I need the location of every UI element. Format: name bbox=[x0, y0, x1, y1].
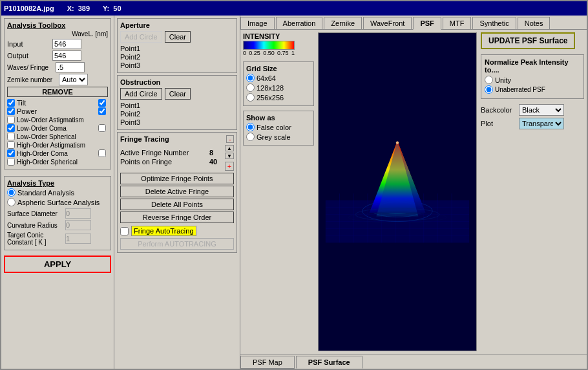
aspheric-label: Aspheric Surface Analysis bbox=[17, 199, 100, 206]
low-coma-checkbox[interactable] bbox=[7, 124, 15, 132]
autotracing-checkbox[interactable] bbox=[120, 227, 129, 235]
high-astig-label: High-Order Astigmatism bbox=[17, 142, 85, 149]
tilt-check2[interactable] bbox=[98, 99, 106, 107]
aspheric-radio[interactable] bbox=[7, 198, 16, 206]
grid-256-label: 256x256 bbox=[257, 94, 284, 102]
normalize-group: Normalize Peak Intensity to.... Unity Un… bbox=[481, 54, 584, 99]
power-check2[interactable] bbox=[98, 107, 106, 115]
tab-mtf[interactable]: MTF bbox=[443, 17, 472, 29]
aperture-point1: Point1 bbox=[120, 45, 234, 52]
low-astig-checkbox[interactable] bbox=[7, 116, 15, 124]
obstruction-point1: Point1 bbox=[120, 102, 234, 109]
plot-label: Plot bbox=[481, 120, 516, 127]
update-psf-button[interactable]: UPDATE PSF Surface bbox=[481, 32, 575, 49]
waves-field[interactable] bbox=[56, 62, 85, 72]
psf-3d-chart bbox=[319, 33, 476, 351]
grid-128-radio[interactable] bbox=[246, 83, 255, 92]
grid-64-label: 64x64 bbox=[257, 74, 276, 82]
tab-aberration[interactable]: Aberration bbox=[276, 17, 323, 29]
intensity-bar: INTENSITY 0 0.25 0.50 0.75 1 bbox=[243, 32, 314, 56]
tab-psf[interactable]: PSF bbox=[413, 17, 441, 30]
curvature-radius-field bbox=[65, 220, 91, 230]
target-conic-label: Target Conic Constant [ K ] bbox=[7, 232, 65, 246]
obstruction-group: Obstruction Add Circle Clear Point1 Poin… bbox=[117, 75, 237, 130]
wavelength-header: WaveL. [nm] bbox=[7, 30, 108, 38]
tab-notes[interactable]: Notes bbox=[518, 17, 551, 29]
delete-all-points-button[interactable]: Delete All Points bbox=[120, 199, 234, 210]
apply-button[interactable]: APPLY bbox=[4, 256, 111, 273]
input-field[interactable] bbox=[52, 39, 81, 49]
scroll-down-button[interactable]: ▼ bbox=[225, 153, 234, 159]
obstruction-point2: Point2 bbox=[120, 110, 234, 118]
low-astig-label: Low-Order Astigmatism bbox=[17, 116, 84, 124]
y-label: Y: 50 bbox=[103, 5, 121, 12]
tab-synthetic[interactable]: Synthetic bbox=[472, 17, 516, 29]
left-panel: Analysis Toolbox WaveL. [nm] Input Outpu… bbox=[1, 16, 114, 369]
low-spherical-checkbox[interactable] bbox=[7, 133, 15, 140]
fringe-actions: Optimize Fringe Points Delete Active Fri… bbox=[120, 173, 234, 223]
grid-64-radio[interactable] bbox=[246, 74, 255, 82]
high-spherical-checkbox[interactable] bbox=[7, 158, 15, 166]
tab-zernike[interactable]: Zernike bbox=[324, 17, 362, 29]
perform-autotracing-button: Perform AUTOTRACING bbox=[120, 238, 234, 250]
obstruction-point3: Point3 bbox=[120, 118, 234, 126]
bottom-tab-psf-surface[interactable]: PSF Surface bbox=[296, 356, 362, 369]
optimize-fringe-button[interactable]: Optimize Fringe Points bbox=[120, 173, 234, 184]
plot-select[interactable]: Transparent bbox=[519, 118, 564, 129]
points-fringe-val: 40 bbox=[209, 158, 222, 166]
scroll-up-button[interactable]: ▲ bbox=[225, 145, 234, 151]
intensity-label: INTENSITY bbox=[243, 32, 314, 40]
autotracing-row: Fringe AutoTracing bbox=[120, 226, 234, 236]
aperture-clear-button[interactable]: Clear bbox=[165, 31, 191, 43]
unaberrated-radio[interactable] bbox=[485, 85, 493, 94]
psf-controls: INTENSITY 0 0.25 0.50 0.75 1 Grid Size 6… bbox=[243, 32, 314, 351]
standard-radio[interactable] bbox=[7, 188, 16, 197]
tilt-checkbox[interactable] bbox=[7, 99, 15, 107]
curvature-radius-label: Curvature Radius bbox=[7, 222, 65, 229]
low-coma-label: Low-Order Coma bbox=[17, 125, 67, 132]
high-coma-label: High-Order Coma bbox=[17, 150, 68, 157]
input-label: Input bbox=[7, 40, 52, 48]
unity-label: Unity bbox=[495, 76, 511, 84]
active-fringe-label: Active Fringe Number bbox=[120, 149, 209, 157]
high-astig-checkbox[interactable] bbox=[7, 141, 15, 149]
high-spherical-label: High-Order Spherical bbox=[17, 158, 78, 166]
normalize-title: Normalize Peak Intensity to.... bbox=[485, 58, 580, 74]
aperture-point2: Point2 bbox=[120, 53, 234, 61]
surface-diameter-label: Surface Diameter bbox=[7, 210, 65, 217]
psf-right-col: UPDATE PSF Surface Normalize Peak Intens… bbox=[481, 32, 584, 351]
show-as-label: Show as bbox=[246, 114, 311, 122]
obstruction-title: Obstruction bbox=[120, 78, 234, 86]
standard-label: Standard Analysis bbox=[17, 189, 74, 197]
reverse-fringe-order-button[interactable]: Reverse Fringe Order bbox=[120, 212, 234, 223]
psf-panel: Image Aberration Zernike WaveFront PSF M… bbox=[240, 16, 587, 369]
backcolor-label: Backcolor bbox=[481, 106, 516, 114]
unity-radio[interactable] bbox=[485, 76, 493, 84]
obstruction-clear-button[interactable]: Clear bbox=[165, 88, 191, 100]
delete-active-fringe-button[interactable]: Delete Active Fringe bbox=[120, 186, 234, 197]
output-field[interactable] bbox=[52, 50, 81, 61]
plus-button[interactable]: + bbox=[225, 162, 234, 171]
zernike-select[interactable]: Auto bbox=[59, 74, 88, 85]
bottom-tab-psf-map[interactable]: PSF Map bbox=[240, 356, 295, 369]
low-coma-check2[interactable] bbox=[98, 124, 106, 132]
grid-256-radio[interactable] bbox=[246, 93, 255, 102]
grid-128-label: 128x128 bbox=[257, 84, 284, 92]
tab-image[interactable]: Image bbox=[240, 17, 275, 29]
autotracing-label: Fringe AutoTracing bbox=[131, 226, 196, 236]
tab-wavefront[interactable]: WaveFront bbox=[363, 17, 412, 29]
false-color-radio[interactable] bbox=[246, 123, 255, 131]
backcolor-select[interactable]: Black White bbox=[519, 104, 564, 116]
high-coma-checkbox[interactable] bbox=[7, 149, 15, 157]
obstruction-add-circle-button[interactable]: Add Circle bbox=[120, 88, 162, 100]
power-checkbox[interactable] bbox=[7, 107, 15, 115]
fringe-collapse-button[interactable]: - bbox=[226, 135, 234, 143]
fringe-title: Fringe Tracing bbox=[120, 135, 169, 143]
aperture-point3: Point3 bbox=[120, 61, 234, 69]
power-label: Power bbox=[17, 107, 37, 115]
high-coma-check2[interactable] bbox=[98, 149, 106, 157]
aperture-add-circle-button[interactable]: Add Circle bbox=[120, 31, 162, 43]
grey-scale-radio[interactable] bbox=[246, 133, 255, 141]
remove-button[interactable]: REMOVE bbox=[7, 87, 108, 97]
waves-label: Waves/ Fringe bbox=[7, 64, 56, 71]
